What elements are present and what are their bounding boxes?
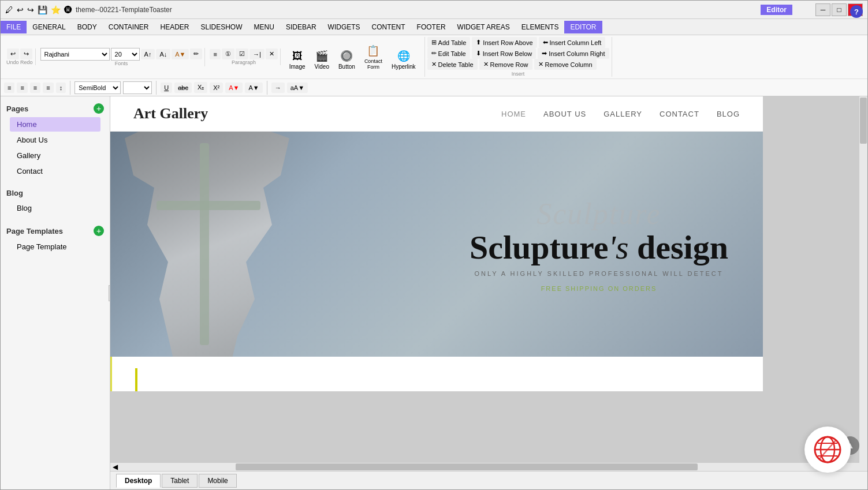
- contact-form-button[interactable]: 📋 ContactForm: [360, 42, 386, 72]
- maximize-button[interactable]: □: [832, 3, 847, 16]
- superscript-btn[interactable]: X²: [210, 83, 223, 93]
- font-size-up[interactable]: A↑: [141, 49, 155, 59]
- font-style-select[interactable]: [123, 81, 152, 94]
- strikethrough-btn[interactable]: abc: [174, 83, 192, 93]
- menu-slideshow[interactable]: SLIDESHOW: [195, 21, 248, 33]
- paragraph-label: Paragraph: [232, 59, 256, 65]
- undo-redo-section: ↩ ↪ Undo Redo: [4, 48, 36, 65]
- image-button[interactable]: 🖼 Image: [285, 48, 310, 72]
- sidebar-item-contact[interactable]: Contact: [10, 164, 100, 178]
- hscroll-thumb[interactable]: [236, 463, 698, 470]
- font-weight-select[interactable]: SemiBold: [74, 81, 121, 94]
- help-button[interactable]: ?: [850, 5, 863, 18]
- menu-container[interactable]: CONTAINER: [103, 21, 155, 33]
- site-header: Art Gallery HOME ABOUT US GALLERY CONTAC…: [110, 96, 763, 132]
- menu-editor[interactable]: EDITOR: [564, 21, 602, 33]
- font-size-select[interactable]: 20: [111, 48, 140, 61]
- nav-home[interactable]: HOME: [501, 110, 526, 118]
- add-table-button[interactable]: ⊞ Add Table: [427, 37, 471, 48]
- canvas-scroll[interactable]: Art Gallery HOME ABOUT US GALLERY CONTAC…: [110, 96, 867, 463]
- nav-contact[interactable]: CONTACT: [660, 110, 699, 118]
- menu-header[interactable]: HEADER: [155, 21, 195, 33]
- case-btn[interactable]: aA▼: [287, 83, 308, 93]
- hero-cta: FREE SHIPPING ON ORDERS: [470, 285, 728, 292]
- menu-general[interactable]: GENERAL: [27, 21, 71, 33]
- insert-col-right-button[interactable]: ➡ Insert Column Right: [538, 48, 609, 59]
- menu-file[interactable]: FILE: [1, 21, 27, 33]
- nav-about[interactable]: ABOUT US: [543, 110, 586, 118]
- insert-row-below-button[interactable]: ⬇ Insert Row Below: [472, 48, 537, 59]
- editor-badge: Editor: [761, 5, 792, 15]
- insert-col-left-button[interactable]: ⬅ Insert Column Left: [539, 37, 606, 48]
- list-ordered[interactable]: ①: [222, 48, 234, 59]
- minimize-button[interactable]: ─: [815, 3, 830, 16]
- video-button[interactable]: 🎬 Video: [311, 47, 333, 72]
- insert-row-above-button[interactable]: ⬆ Insert Row Above: [472, 37, 537, 48]
- image-label: Image: [289, 63, 306, 70]
- remove-row-button[interactable]: ✕ Remove Row: [479, 59, 532, 70]
- menu-widget-areas[interactable]: WIDGET AREAS: [452, 21, 516, 33]
- redo-button[interactable]: ↪: [20, 48, 32, 59]
- sidebar-item-page-template[interactable]: Page Template: [10, 240, 100, 254]
- hyperlink-button[interactable]: 🌐 Hyperlink: [388, 47, 420, 72]
- text-color-btn[interactable]: A▼: [225, 83, 243, 93]
- media-group: 🖼 Image 🎬 Video 🔘 Button 📋 ContactForm 🌐: [283, 41, 422, 73]
- indent-increase[interactable]: →|: [249, 49, 265, 59]
- contact-label: ContactForm: [364, 58, 382, 70]
- list-task[interactable]: ☑: [236, 48, 248, 59]
- line-height[interactable]: ↕: [56, 83, 66, 93]
- tab-desktop[interactable]: Desktop: [116, 474, 161, 488]
- vertical-scrollbar[interactable]: [859, 96, 867, 463]
- menu-menu[interactable]: MENU: [248, 21, 280, 33]
- subscript-btn[interactable]: X₂: [194, 82, 207, 93]
- menu-footer[interactable]: FOOTER: [411, 21, 452, 33]
- menu-body[interactable]: BODY: [72, 21, 103, 33]
- add-template-button[interactable]: +: [94, 226, 104, 236]
- hero-subtitle: ONLY A HIGHLY SKILLED PROFESSIONAL WILL …: [470, 270, 728, 277]
- underline-btn[interactable]: U: [161, 83, 172, 93]
- menu-sidebar[interactable]: SIDEBAR: [280, 21, 322, 33]
- sidebar-item-about[interactable]: About Us: [10, 133, 100, 147]
- image-icon: 🖼: [292, 50, 303, 62]
- sidebar-item-home[interactable]: Home: [10, 117, 100, 132]
- bg-color-btn[interactable]: A▼: [245, 83, 262, 93]
- video-label: Video: [315, 63, 329, 70]
- remove-col-button[interactable]: ✕ Remove Column: [534, 59, 597, 70]
- button-button[interactable]: 🔘 Button: [334, 47, 359, 72]
- contact-icon: 📋: [367, 44, 379, 57]
- font-color-btn[interactable]: A▼: [172, 49, 189, 59]
- cross-vertical: [200, 143, 209, 345]
- font-size-down[interactable]: A↓: [156, 49, 170, 59]
- horizontal-scrollbar[interactable]: ◀: [110, 463, 867, 471]
- align-left[interactable]: ≡: [4, 83, 14, 93]
- highlight-btn[interactable]: ✏: [190, 48, 202, 59]
- menu-bar: FILE GENERAL BODY CONTAINER HEADER SLIDE…: [1, 19, 867, 35]
- indent-btn[interactable]: →: [271, 83, 285, 93]
- tab-mobile[interactable]: Mobile: [199, 474, 236, 488]
- sidebar-item-gallery[interactable]: Gallery: [10, 148, 100, 163]
- undo-button[interactable]: ↩: [7, 48, 19, 59]
- align-right[interactable]: ≡: [30, 83, 40, 93]
- sidebar-item-blog[interactable]: Blog: [10, 201, 100, 215]
- align-center[interactable]: ≡: [17, 83, 27, 93]
- scroll-left-btn[interactable]: ◀: [110, 463, 120, 471]
- menu-widgets[interactable]: WIDGETS: [322, 21, 366, 33]
- hero-section: Sculpture Sclupture's design ONLY A HIGH…: [110, 132, 763, 357]
- menu-content[interactable]: CONTENT: [366, 21, 411, 33]
- clear-format[interactable]: ✕: [266, 48, 278, 59]
- nav-gallery[interactable]: GALLERY: [603, 110, 642, 118]
- align-justify[interactable]: ≡: [43, 83, 53, 93]
- hero-main-title: Sclupture's design: [470, 231, 728, 264]
- video-icon: 🎬: [315, 50, 328, 62]
- font-family-select[interactable]: Rajdhani: [40, 48, 110, 61]
- scroll-thumb[interactable]: [860, 98, 867, 144]
- nav-blog[interactable]: BLOG: [717, 110, 740, 118]
- paragraph-section: ≡ ① ☑ →| ✕ Paragraph: [207, 48, 280, 65]
- menu-elements[interactable]: ELEMENTS: [516, 21, 565, 33]
- add-page-button[interactable]: +: [94, 103, 104, 114]
- list-unordered[interactable]: ≡: [210, 49, 220, 59]
- tab-tablet[interactable]: Tablet: [162, 474, 198, 488]
- blog-section: Blog Blog: [1, 186, 110, 219]
- edit-table-button[interactable]: ✏ Edit Table: [427, 48, 470, 59]
- delete-table-button[interactable]: ✕ Delete Table: [427, 59, 478, 70]
